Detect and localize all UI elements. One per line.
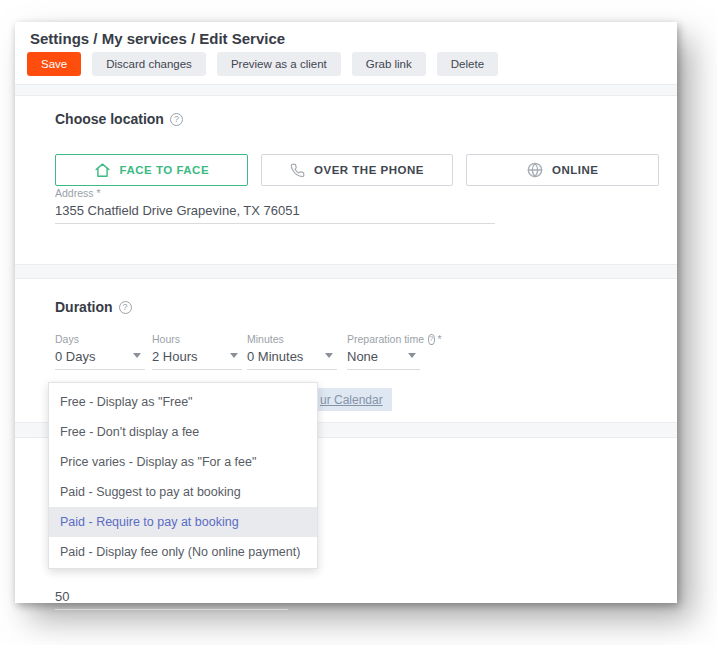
page-header: Settings / My services / Edit Service Sa…	[15, 22, 677, 85]
app-window: Settings / My services / Edit Service Sa…	[15, 22, 677, 603]
days-label: Days	[55, 333, 145, 345]
required-asterisk: *	[438, 333, 442, 345]
fee-option-paid-display-only[interactable]: Paid - Display fee only (No online payme…	[49, 537, 317, 567]
chevron-down-icon	[230, 353, 238, 358]
fee-option-paid-suggest[interactable]: Paid - Suggest to pay at booking	[49, 477, 317, 507]
help-icon[interactable]: ?	[170, 113, 183, 126]
hours-label: Hours	[152, 333, 242, 345]
chevron-down-icon	[408, 353, 416, 358]
grab-link-button[interactable]: Grab link	[352, 52, 426, 76]
fee-option-free-display[interactable]: Free - Display as "Free"	[49, 387, 317, 417]
days-select[interactable]: Days 0 Days	[55, 333, 145, 370]
home-icon	[94, 162, 111, 179]
fee-option-price-varies[interactable]: Price varies - Display as "For a fee"	[49, 447, 317, 477]
save-button[interactable]: Save	[27, 52, 81, 76]
location-face-to-face-button[interactable]: FACE TO FACE	[55, 154, 248, 186]
help-icon[interactable]: ?	[119, 301, 132, 314]
phone-icon	[290, 163, 305, 178]
breadcrumb[interactable]: Settings / My services / Edit Service	[30, 30, 285, 47]
globe-icon	[527, 162, 543, 178]
preparation-time-label-text: Preparation time	[347, 333, 424, 345]
choose-location-title: Choose location ?	[55, 111, 183, 127]
preparation-time-value: None	[347, 349, 420, 369]
choose-location-title-text: Choose location	[55, 111, 164, 127]
address-field[interactable]: Address * 1355 Chatfield Drive Grapevine…	[55, 187, 495, 224]
location-online-button[interactable]: ONLINE	[466, 154, 659, 186]
fee-option-free-no-display[interactable]: Free - Don't display a fee	[49, 417, 317, 447]
minutes-select[interactable]: Minutes 0 Minutes	[247, 333, 337, 370]
hours-value: 2 Hours	[152, 349, 242, 369]
preview-as-client-button[interactable]: Preview as a client	[217, 52, 341, 76]
delete-button[interactable]: Delete	[437, 52, 498, 76]
location-over-the-phone-button[interactable]: OVER THE PHONE	[261, 154, 454, 186]
discard-changes-button[interactable]: Discard changes	[92, 52, 206, 76]
address-input[interactable]: 1355 Chatfield Drive Grapevine, TX 76051	[55, 203, 495, 223]
location-option-label: OVER THE PHONE	[314, 164, 424, 176]
calendar-link[interactable]: ur Calendar	[318, 388, 392, 411]
location-option-label: FACE TO FACE	[120, 164, 210, 176]
minutes-label: Minutes	[247, 333, 337, 345]
toolbar: Save Discard changes Preview as a client…	[27, 52, 498, 76]
fee-option-paid-require[interactable]: Paid - Require to pay at booking	[49, 507, 317, 537]
address-label: Address *	[55, 187, 495, 199]
days-value: 0 Days	[55, 349, 145, 369]
fee-amount-field[interactable]: 50	[55, 589, 288, 610]
preparation-time-select[interactable]: Preparation time ? * None	[347, 333, 420, 370]
fee-amount-input[interactable]: 50	[55, 589, 288, 609]
location-option-label: ONLINE	[552, 164, 598, 176]
duration-title: Duration ?	[55, 299, 132, 315]
choose-location-section: Choose location ? FACE TO FACE OVER THE …	[15, 95, 677, 265]
fee-type-dropdown: Free - Display as "Free" Free - Don't di…	[48, 382, 318, 569]
help-icon[interactable]: ?	[428, 334, 434, 345]
location-options: FACE TO FACE OVER THE PHONE ONLINE	[55, 154, 659, 186]
minutes-value: 0 Minutes	[247, 349, 337, 369]
chevron-down-icon	[325, 353, 333, 358]
chevron-down-icon	[133, 353, 141, 358]
preparation-time-label: Preparation time ? *	[347, 333, 420, 345]
duration-title-text: Duration	[55, 299, 113, 315]
calendar-link-text: ur Calendar	[320, 393, 383, 407]
hours-select[interactable]: Hours 2 Hours	[152, 333, 242, 370]
